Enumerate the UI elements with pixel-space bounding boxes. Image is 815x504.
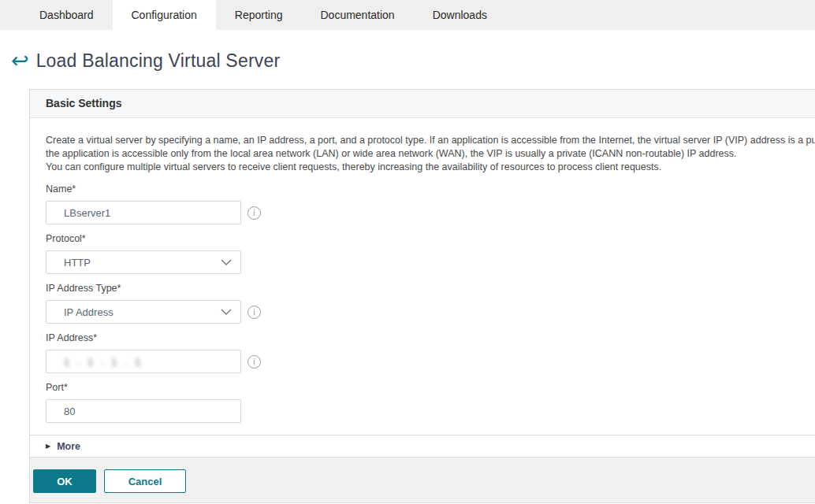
tab-dashboard[interactable]: Dashboard [20,0,113,30]
tab-documentation[interactable]: Documentation [301,0,413,30]
description-line: You can configure multiple virtual serve… [46,161,815,174]
back-arrow-icon[interactable]: ↩ [11,50,29,72]
protocol-label: Protocol* [46,233,815,244]
ip-address-field-group: IP Address* 1 . 1 . 1 . 1 i [46,332,815,373]
ip-address-type-field-group: IP Address Type* IP Address i [46,283,815,324]
protocol-selected-value: HTTP [64,257,91,269]
ip-address-input[interactable]: 1 . 1 . 1 . 1 [46,350,241,373]
ok-button[interactable]: OK [33,469,96,493]
tab-downloads[interactable]: Downloads [414,0,506,30]
name-input[interactable] [46,201,241,224]
description-line: the application is accessible only from … [46,147,815,161]
more-expander[interactable]: ▶ More [30,435,815,457]
tab-configuration[interactable]: Configuration [113,0,216,30]
panel-body: Create a virtual server by specifying a … [30,118,815,435]
cancel-button[interactable]: Cancel [104,469,186,493]
top-nav: Dashboard Configuration Reporting Docume… [0,0,815,30]
protocol-field-group: Protocol* HTTP [46,233,815,274]
more-label: More [57,441,80,452]
protocol-select[interactable]: HTTP [46,250,241,274]
basic-settings-panel: Basic Settings Create a virtual server b… [29,89,815,503]
info-icon[interactable]: i [247,306,261,319]
name-label: Name* [46,183,815,195]
page-header: ↩ Load Balancing Virtual Server [11,47,815,74]
ip-address-type-selected-value: IP Address [64,306,114,318]
ip-address-type-label: IP Address Type* [46,283,815,294]
page-title: Load Balancing Virtual Server [36,50,281,72]
panel-header: Basic Settings [30,90,815,118]
port-input[interactable] [46,399,241,423]
panel-footer: OK Cancel [30,457,815,502]
port-field-group: Port* [46,382,815,423]
info-icon[interactable]: i [247,355,261,369]
chevron-down-icon [221,259,232,265]
chevron-down-icon [221,309,232,315]
info-icon[interactable]: i [247,206,261,220]
panel-description: Create a virtual server by specifying a … [46,134,815,174]
expander-triangle-icon: ▶ [46,443,50,450]
ip-address-obscured-value: 1 . 1 . 1 . 1 [64,356,143,368]
port-label: Port* [46,382,815,393]
tab-reporting[interactable]: Reporting [216,0,302,30]
ip-address-type-select[interactable]: IP Address [46,300,241,324]
name-field-group: Name* i [46,183,815,224]
description-line: Create a virtual server by specifying a … [46,134,815,147]
ip-address-label: IP Address* [46,332,815,343]
